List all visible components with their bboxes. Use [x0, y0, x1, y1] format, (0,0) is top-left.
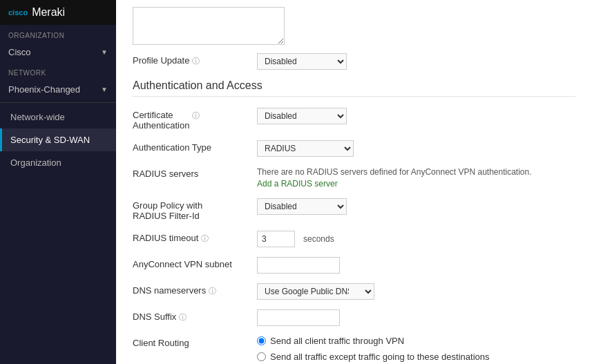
client-routing-control: Send all client traffic through VPN Send… — [257, 336, 575, 364]
radius-timeout-input[interactable] — [257, 231, 295, 247]
radius-info-text: There are no RADIUS servers defined for … — [257, 166, 575, 178]
dns-nameservers-control: Use Google Public DNS Use ISP DNS Specif… — [257, 283, 575, 300]
auth-type-row: Authentication Type RADIUS LDAP Meraki C… — [133, 140, 575, 157]
org-chevron-icon: ▼ — [101, 48, 108, 56]
client-routing-option-send-except[interactable]: Send all traffic except traffic going to… — [257, 352, 575, 362]
org-selector[interactable]: Cisco ▼ — [0, 42, 116, 62]
profile-update-select[interactable]: Disabled — [257, 53, 347, 70]
auth-access-heading: Authentication and Access — [133, 79, 575, 97]
client-routing-radio-send-all[interactable] — [257, 336, 266, 345]
dns-suffix-row: DNS Suffix ⓘ — [133, 309, 575, 326]
anyconnect-subnet-label: AnyConnect VPN subnet — [133, 257, 257, 269]
org-section-label: ORGANIZATION — [0, 25, 116, 42]
sidebar-logo: cisco Meraki — [0, 0, 116, 25]
add-radius-server-link[interactable]: Add a RADIUS server — [257, 179, 338, 189]
network-selector[interactable]: Phoenix-Changed ▼ — [0, 79, 116, 99]
client-routing-label-send-except: Send all traffic except traffic going to… — [270, 352, 490, 362]
top-textarea[interactable] — [133, 7, 285, 45]
dns-suffix-info-icon[interactable]: ⓘ — [179, 312, 187, 323]
sidebar-item-organization[interactable]: Organization — [0, 151, 116, 174]
dns-nameservers-select[interactable]: Use Google Public DNS Use ISP DNS Specif… — [257, 283, 374, 300]
radius-timeout-suffix: seconds — [303, 234, 334, 244]
radius-timeout-label: RADIUS timeout ⓘ — [133, 231, 257, 244]
radius-timeout-row: RADIUS timeout ⓘ seconds — [133, 231, 575, 247]
profile-update-control: Disabled — [257, 53, 575, 70]
network-section-label: NETWORK — [0, 62, 116, 79]
dns-nameservers-label: DNS nameservers ⓘ — [133, 283, 257, 296]
profile-update-info-icon[interactable]: ⓘ — [192, 56, 200, 66]
certificate-auth-row: CertificateAuthentication ⓘ Disabled — [133, 108, 575, 131]
profile-update-label: Profile Update ⓘ — [133, 53, 257, 66]
radius-servers-label: RADIUS servers — [133, 166, 257, 179]
dns-nameservers-row: DNS nameservers ⓘ Use Google Public DNS … — [133, 283, 575, 300]
group-policy-control: Disabled — [257, 198, 575, 215]
certificate-auth-info-icon[interactable]: ⓘ — [192, 111, 200, 121]
group-policy-select[interactable]: Disabled — [257, 198, 347, 215]
dns-suffix-control — [257, 309, 575, 326]
certificate-auth-label: CertificateAuthentication ⓘ — [133, 108, 257, 131]
sidebar-item-security-sd-wan[interactable]: Security & SD-WAN — [0, 128, 116, 151]
client-routing-row: Client Routing Send all client traffic t… — [133, 336, 575, 364]
network-chevron-icon: ▼ — [101, 86, 108, 93]
group-policy-label: Group Policy withRADIUS Filter-Id — [133, 198, 257, 221]
client-routing-label: Client Routing — [133, 336, 257, 348]
radius-servers-control: There are no RADIUS servers defined for … — [257, 166, 575, 189]
anyconnect-subnet-row: AnyConnect VPN subnet — [133, 257, 575, 274]
auth-type-control: RADIUS LDAP Meraki Cloud — [257, 140, 575, 157]
client-routing-radio-group: Send all client traffic through VPN Send… — [257, 336, 575, 364]
group-policy-row: Group Policy withRADIUS Filter-Id Disabl… — [133, 198, 575, 221]
network-name: Phoenix-Changed — [8, 84, 80, 95]
certificate-auth-select[interactable]: Disabled — [257, 108, 347, 124]
radius-timeout-control: seconds — [257, 231, 575, 247]
dns-suffix-label: DNS Suffix ⓘ — [133, 309, 257, 323]
radius-servers-row: RADIUS servers There are no RADIUS serve… — [133, 166, 575, 189]
radius-timeout-info-icon[interactable]: ⓘ — [201, 233, 209, 244]
auth-type-label: Authentication Type — [133, 140, 257, 153]
org-name: Cisco — [8, 47, 31, 57]
anyconnect-subnet-control — [257, 257, 575, 274]
client-routing-label-send-all: Send all client traffic through VPN — [270, 336, 404, 346]
dns-nameservers-info-icon[interactable]: ⓘ — [209, 286, 216, 296]
anyconnect-subnet-input[interactable] — [257, 257, 340, 274]
client-routing-option-send-all[interactable]: Send all client traffic through VPN — [257, 336, 575, 346]
auth-type-select[interactable]: RADIUS LDAP Meraki Cloud — [257, 140, 354, 157]
meraki-logo-text: Meraki — [32, 6, 65, 19]
cisco-logo-text: cisco — [8, 8, 28, 17]
certificate-auth-control: Disabled — [257, 108, 575, 124]
sidebar: cisco Meraki ORGANIZATION Cisco ▼ NETWOR… — [0, 0, 116, 364]
sidebar-item-network-wide[interactable]: Network-wide — [0, 106, 116, 128]
client-routing-radio-send-except[interactable] — [257, 352, 266, 361]
profile-update-row: Profile Update ⓘ Disabled — [133, 53, 575, 70]
dns-suffix-input[interactable] — [257, 309, 340, 326]
main-content: Profile Update ⓘ Disabled Authentication… — [116, 0, 592, 364]
sidebar-divider — [0, 102, 116, 103]
